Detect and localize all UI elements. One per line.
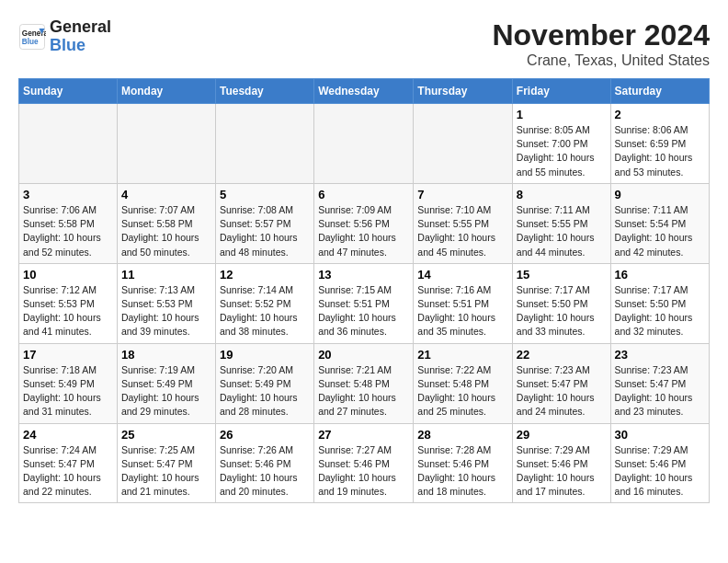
calendar-cell: 19Sunrise: 7:20 AM Sunset: 5:49 PM Dayli… bbox=[215, 343, 313, 423]
day-number: 14 bbox=[417, 268, 508, 282]
day-number: 15 bbox=[517, 268, 607, 282]
day-info: Sunrise: 8:06 AM Sunset: 6:59 PM Dayligh… bbox=[615, 123, 705, 179]
day-number: 19 bbox=[220, 348, 310, 362]
day-info: Sunrise: 7:06 AM Sunset: 5:58 PM Dayligh… bbox=[23, 203, 113, 259]
weekday-header: Friday bbox=[512, 79, 610, 104]
day-info: Sunrise: 7:19 AM Sunset: 5:49 PM Dayligh… bbox=[121, 363, 211, 419]
day-info: Sunrise: 7:09 AM Sunset: 5:56 PM Dayligh… bbox=[318, 203, 409, 259]
calendar-cell bbox=[414, 104, 513, 184]
day-info: Sunrise: 7:29 AM Sunset: 5:46 PM Dayligh… bbox=[615, 443, 705, 500]
calendar-cell: 24Sunrise: 7:24 AM Sunset: 5:47 PM Dayli… bbox=[19, 423, 118, 503]
calendar-cell bbox=[117, 104, 215, 184]
calendar-cell: 2Sunrise: 8:06 AM Sunset: 6:59 PM Daylig… bbox=[610, 104, 709, 184]
day-info: Sunrise: 7:23 AM Sunset: 5:47 PM Dayligh… bbox=[615, 363, 705, 419]
day-info: Sunrise: 7:20 AM Sunset: 5:49 PM Dayligh… bbox=[220, 363, 310, 419]
day-number: 10 bbox=[23, 268, 113, 282]
logo-icon: General Blue bbox=[18, 23, 46, 51]
day-info: Sunrise: 7:11 AM Sunset: 5:54 PM Dayligh… bbox=[615, 203, 705, 259]
day-number: 8 bbox=[517, 188, 607, 201]
day-number: 13 bbox=[318, 268, 409, 282]
day-number: 7 bbox=[417, 188, 508, 201]
calendar-cell: 22Sunrise: 7:23 AM Sunset: 5:47 PM Dayli… bbox=[512, 343, 610, 423]
calendar-cell bbox=[215, 104, 313, 184]
day-info: Sunrise: 7:25 AM Sunset: 5:47 PM Dayligh… bbox=[121, 443, 211, 500]
weekday-header: Tuesday bbox=[215, 79, 313, 104]
day-info: Sunrise: 7:28 AM Sunset: 5:46 PM Dayligh… bbox=[417, 443, 508, 500]
day-info: Sunrise: 7:07 AM Sunset: 5:58 PM Dayligh… bbox=[121, 203, 211, 259]
weekday-header: Monday bbox=[117, 79, 215, 104]
svg-text:Blue: Blue bbox=[22, 37, 39, 45]
calendar-cell: 1Sunrise: 8:05 AM Sunset: 7:00 PM Daylig… bbox=[512, 104, 610, 184]
day-info: Sunrise: 7:13 AM Sunset: 5:53 PM Dayligh… bbox=[121, 283, 211, 339]
month-title: November 2024 bbox=[492, 18, 710, 52]
day-number: 18 bbox=[121, 348, 211, 362]
day-info: Sunrise: 7:18 AM Sunset: 5:49 PM Dayligh… bbox=[23, 363, 113, 419]
calendar-cell: 9Sunrise: 7:11 AM Sunset: 5:54 PM Daylig… bbox=[610, 183, 709, 263]
day-number: 16 bbox=[615, 268, 705, 282]
calendar-cell: 28Sunrise: 7:28 AM Sunset: 5:46 PM Dayli… bbox=[414, 423, 513, 503]
day-number: 11 bbox=[121, 268, 211, 282]
calendar-cell: 3Sunrise: 7:06 AM Sunset: 5:58 PM Daylig… bbox=[19, 183, 118, 263]
day-number: 1 bbox=[517, 108, 607, 121]
calendar-cell: 17Sunrise: 7:18 AM Sunset: 5:49 PM Dayli… bbox=[19, 343, 118, 423]
calendar-week-row: 10Sunrise: 7:12 AM Sunset: 5:53 PM Dayli… bbox=[19, 263, 710, 343]
day-info: Sunrise: 7:08 AM Sunset: 5:57 PM Dayligh… bbox=[220, 203, 310, 259]
calendar-cell: 14Sunrise: 7:16 AM Sunset: 5:51 PM Dayli… bbox=[414, 263, 513, 343]
calendar-week-row: 24Sunrise: 7:24 AM Sunset: 5:47 PM Dayli… bbox=[19, 423, 710, 503]
day-info: Sunrise: 7:29 AM Sunset: 5:46 PM Dayligh… bbox=[517, 443, 607, 500]
day-info: Sunrise: 7:12 AM Sunset: 5:53 PM Dayligh… bbox=[23, 283, 113, 339]
day-number: 5 bbox=[220, 188, 310, 201]
day-number: 29 bbox=[517, 428, 607, 442]
day-info: Sunrise: 7:21 AM Sunset: 5:48 PM Dayligh… bbox=[318, 363, 409, 419]
title-area: November 2024 Crane, Texas, United State… bbox=[492, 18, 710, 69]
calendar-cell: 16Sunrise: 7:17 AM Sunset: 5:50 PM Dayli… bbox=[610, 263, 709, 343]
day-info: Sunrise: 7:26 AM Sunset: 5:46 PM Dayligh… bbox=[220, 443, 310, 500]
day-number: 9 bbox=[615, 188, 705, 201]
day-number: 27 bbox=[318, 428, 409, 442]
weekday-header: Thursday bbox=[414, 79, 513, 104]
calendar-cell: 23Sunrise: 7:23 AM Sunset: 5:47 PM Dayli… bbox=[610, 343, 709, 423]
calendar-cell: 4Sunrise: 7:07 AM Sunset: 5:58 PM Daylig… bbox=[117, 183, 215, 263]
day-number: 24 bbox=[23, 428, 113, 442]
calendar-cell: 13Sunrise: 7:15 AM Sunset: 5:51 PM Dayli… bbox=[314, 263, 414, 343]
calendar-cell: 12Sunrise: 7:14 AM Sunset: 5:52 PM Dayli… bbox=[215, 263, 313, 343]
day-info: Sunrise: 7:17 AM Sunset: 5:50 PM Dayligh… bbox=[517, 283, 607, 339]
day-info: Sunrise: 7:15 AM Sunset: 5:51 PM Dayligh… bbox=[318, 283, 409, 339]
calendar-cell: 11Sunrise: 7:13 AM Sunset: 5:53 PM Dayli… bbox=[117, 263, 215, 343]
day-number: 20 bbox=[318, 348, 409, 362]
page-header: General Blue General Blue November 2024 … bbox=[18, 18, 710, 69]
day-number: 17 bbox=[23, 348, 113, 362]
calendar-cell bbox=[19, 104, 118, 184]
day-number: 26 bbox=[220, 428, 310, 442]
day-info: Sunrise: 7:23 AM Sunset: 5:47 PM Dayligh… bbox=[517, 363, 607, 419]
calendar-cell: 20Sunrise: 7:21 AM Sunset: 5:48 PM Dayli… bbox=[314, 343, 414, 423]
calendar-cell: 25Sunrise: 7:25 AM Sunset: 5:47 PM Dayli… bbox=[117, 423, 215, 503]
day-info: Sunrise: 7:27 AM Sunset: 5:46 PM Dayligh… bbox=[318, 443, 409, 500]
calendar-cell: 8Sunrise: 7:11 AM Sunset: 5:55 PM Daylig… bbox=[512, 183, 610, 263]
calendar-week-row: 3Sunrise: 7:06 AM Sunset: 5:58 PM Daylig… bbox=[19, 183, 710, 263]
day-info: Sunrise: 7:11 AM Sunset: 5:55 PM Dayligh… bbox=[517, 203, 607, 259]
calendar-cell: 27Sunrise: 7:27 AM Sunset: 5:46 PM Dayli… bbox=[314, 423, 414, 503]
calendar-table: SundayMondayTuesdayWednesdayThursdayFrid… bbox=[18, 78, 710, 503]
weekday-header: Saturday bbox=[610, 79, 709, 104]
calendar-cell: 15Sunrise: 7:17 AM Sunset: 5:50 PM Dayli… bbox=[512, 263, 610, 343]
weekday-header: Sunday bbox=[19, 79, 118, 104]
calendar-cell: 26Sunrise: 7:26 AM Sunset: 5:46 PM Dayli… bbox=[215, 423, 313, 503]
logo: General Blue General Blue bbox=[18, 18, 111, 55]
weekday-header-row: SundayMondayTuesdayWednesdayThursdayFrid… bbox=[19, 79, 710, 104]
day-info: Sunrise: 8:05 AM Sunset: 7:00 PM Dayligh… bbox=[517, 123, 607, 179]
calendar-cell: 5Sunrise: 7:08 AM Sunset: 5:57 PM Daylig… bbox=[215, 183, 313, 263]
day-number: 23 bbox=[615, 348, 705, 362]
calendar-week-row: 1Sunrise: 8:05 AM Sunset: 7:00 PM Daylig… bbox=[19, 104, 710, 184]
day-number: 25 bbox=[121, 428, 211, 442]
day-number: 12 bbox=[220, 268, 310, 282]
calendar-cell bbox=[314, 104, 414, 184]
calendar-cell: 30Sunrise: 7:29 AM Sunset: 5:46 PM Dayli… bbox=[610, 423, 709, 503]
day-info: Sunrise: 7:17 AM Sunset: 5:50 PM Dayligh… bbox=[615, 283, 705, 339]
day-number: 6 bbox=[318, 188, 409, 201]
day-number: 22 bbox=[517, 348, 607, 362]
calendar-cell: 10Sunrise: 7:12 AM Sunset: 5:53 PM Dayli… bbox=[19, 263, 118, 343]
day-number: 2 bbox=[615, 108, 705, 121]
day-number: 28 bbox=[417, 428, 508, 442]
logo-blue: Blue bbox=[50, 37, 111, 55]
